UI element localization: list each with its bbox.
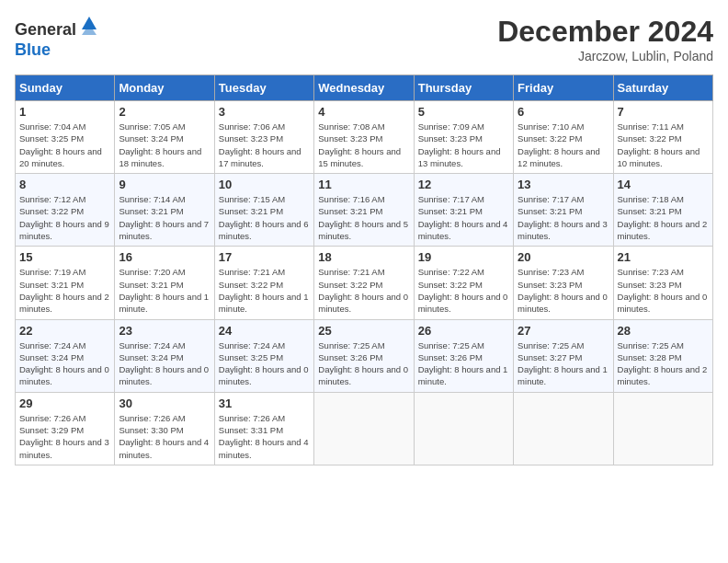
calendar-cell-w2-d6: 13 Sunrise: 7:17 AM Sunset: 3:21 PM Dayl…	[514, 174, 613, 247]
day-info: Sunrise: 7:23 AM Sunset: 3:23 PM Dayligh…	[518, 266, 609, 315]
calendar-cell-w2-d3: 10 Sunrise: 7:15 AM Sunset: 3:21 PM Dayl…	[214, 174, 313, 247]
calendar-cell-w4-d1: 22 Sunrise: 7:24 AM Sunset: 3:24 PM Dayl…	[16, 319, 115, 392]
month-year: December 2024	[497, 15, 713, 49]
day-info: Sunrise: 7:24 AM Sunset: 3:24 PM Dayligh…	[119, 339, 210, 388]
day-number: 28	[618, 324, 709, 338]
day-number: 6	[518, 105, 609, 119]
day-number: 17	[219, 250, 310, 264]
logo-blue: Blue	[15, 40, 51, 59]
day-info: Sunrise: 7:09 AM Sunset: 3:23 PM Dayligh…	[418, 121, 509, 169]
calendar-cell-w3-d5: 19 Sunrise: 7:22 AM Sunset: 3:22 PM Dayl…	[414, 247, 513, 319]
day-number: 30	[119, 396, 210, 410]
day-number: 4	[318, 105, 409, 119]
calendar-cell-w5-d4	[314, 392, 414, 465]
day-info: Sunrise: 7:26 AM Sunset: 3:31 PM Dayligh…	[219, 412, 310, 461]
day-number: 21	[618, 250, 709, 264]
day-number: 9	[119, 178, 210, 191]
day-number: 24	[219, 324, 310, 338]
day-info: Sunrise: 7:16 AM Sunset: 3:21 PM Dayligh…	[318, 193, 409, 242]
calendar-week-1: 1 Sunrise: 7:04 AM Sunset: 3:25 PM Dayli…	[16, 101, 713, 174]
calendar-cell-w2-d4: 11 Sunrise: 7:16 AM Sunset: 3:21 PM Dayl…	[314, 174, 414, 247]
day-info: Sunrise: 7:25 AM Sunset: 3:26 PM Dayligh…	[418, 339, 509, 388]
calendar-cell-w4-d5: 26 Sunrise: 7:25 AM Sunset: 3:26 PM Dayl…	[414, 319, 513, 392]
calendar-cell-w2-d5: 12 Sunrise: 7:17 AM Sunset: 3:21 PM Dayl…	[414, 174, 513, 247]
calendar-cell-w2-d7: 14 Sunrise: 7:18 AM Sunset: 3:21 PM Dayl…	[613, 174, 712, 247]
calendar-cell-w1-d3: 3 Sunrise: 7:06 AM Sunset: 3:23 PM Dayli…	[214, 101, 313, 174]
calendar-cell-w5-d7	[613, 392, 712, 465]
svg-marker-1	[82, 29, 97, 35]
calendar-cell-w4-d2: 23 Sunrise: 7:24 AM Sunset: 3:24 PM Dayl…	[115, 319, 214, 392]
day-number: 23	[119, 324, 210, 338]
day-info: Sunrise: 7:04 AM Sunset: 3:25 PM Dayligh…	[19, 121, 110, 169]
calendar-cell-w1-d5: 5 Sunrise: 7:09 AM Sunset: 3:23 PM Dayli…	[414, 101, 513, 174]
header-friday: Friday	[514, 75, 613, 101]
day-info: Sunrise: 7:11 AM Sunset: 3:22 PM Dayligh…	[618, 121, 709, 169]
calendar-cell-w4-d6: 27 Sunrise: 7:25 AM Sunset: 3:27 PM Dayl…	[514, 319, 613, 392]
calendar-week-3: 15 Sunrise: 7:19 AM Sunset: 3:21 PM Dayl…	[16, 247, 713, 319]
calendar-cell-w5-d5	[414, 392, 513, 465]
day-info: Sunrise: 7:23 AM Sunset: 3:23 PM Dayligh…	[618, 266, 709, 315]
calendar-cell-w1-d2: 2 Sunrise: 7:05 AM Sunset: 3:24 PM Dayli…	[115, 101, 214, 174]
day-info: Sunrise: 7:25 AM Sunset: 3:28 PM Dayligh…	[618, 339, 709, 388]
day-number: 13	[518, 178, 609, 191]
calendar-cell-w3-d6: 20 Sunrise: 7:23 AM Sunset: 3:23 PM Dayl…	[514, 247, 613, 319]
header-saturday: Saturday	[613, 75, 712, 101]
day-info: Sunrise: 7:25 AM Sunset: 3:27 PM Dayligh…	[518, 339, 609, 388]
day-info: Sunrise: 7:26 AM Sunset: 3:29 PM Dayligh…	[19, 412, 110, 461]
svg-marker-0	[82, 17, 97, 29]
day-number: 19	[418, 250, 509, 264]
header-tuesday: Tuesday	[214, 75, 313, 101]
calendar-cell-w4-d3: 24 Sunrise: 7:24 AM Sunset: 3:25 PM Dayl…	[214, 319, 313, 392]
day-info: Sunrise: 7:24 AM Sunset: 3:25 PM Dayligh…	[219, 339, 310, 388]
day-number: 11	[318, 178, 409, 191]
calendar-cell-w5-d6	[514, 392, 613, 465]
calendar-cell-w3-d7: 21 Sunrise: 7:23 AM Sunset: 3:23 PM Dayl…	[613, 247, 712, 319]
calendar-cell-w1-d1: 1 Sunrise: 7:04 AM Sunset: 3:25 PM Dayli…	[16, 101, 115, 174]
day-number: 8	[19, 178, 110, 191]
calendar-week-2: 8 Sunrise: 7:12 AM Sunset: 3:22 PM Dayli…	[16, 174, 713, 247]
header-thursday: Thursday	[414, 75, 513, 101]
day-number: 3	[219, 105, 310, 119]
day-number: 27	[518, 324, 609, 338]
day-info: Sunrise: 7:08 AM Sunset: 3:23 PM Dayligh…	[318, 121, 409, 169]
calendar-header-row: Sunday Monday Tuesday Wednesday Thursday…	[16, 75, 713, 101]
calendar-cell-w4-d4: 25 Sunrise: 7:25 AM Sunset: 3:26 PM Dayl…	[314, 319, 414, 392]
calendar-cell-w3-d2: 16 Sunrise: 7:20 AM Sunset: 3:21 PM Dayl…	[115, 247, 214, 319]
logo-general: General	[15, 20, 76, 39]
day-number: 29	[19, 396, 110, 410]
day-number: 20	[518, 250, 609, 264]
day-number: 12	[418, 178, 509, 191]
day-info: Sunrise: 7:20 AM Sunset: 3:21 PM Dayligh…	[119, 266, 210, 315]
header-sunday: Sunday	[16, 75, 115, 101]
day-number: 26	[418, 324, 509, 338]
logo-icon	[78, 13, 100, 35]
day-number: 7	[618, 105, 709, 119]
calendar-body: 1 Sunrise: 7:04 AM Sunset: 3:25 PM Dayli…	[16, 101, 713, 465]
calendar-cell-w1-d4: 4 Sunrise: 7:08 AM Sunset: 3:23 PM Dayli…	[314, 101, 414, 174]
calendar-week-5: 29 Sunrise: 7:26 AM Sunset: 3:29 PM Dayl…	[16, 392, 713, 465]
header-wednesday: Wednesday	[314, 75, 414, 101]
calendar-cell-w5-d3: 31 Sunrise: 7:26 AM Sunset: 3:31 PM Dayl…	[214, 392, 313, 465]
calendar-cell-w3-d3: 17 Sunrise: 7:21 AM Sunset: 3:22 PM Dayl…	[214, 247, 313, 319]
day-number: 10	[219, 178, 310, 191]
day-info: Sunrise: 7:26 AM Sunset: 3:30 PM Dayligh…	[119, 412, 210, 461]
day-number: 2	[119, 105, 210, 119]
day-info: Sunrise: 7:14 AM Sunset: 3:21 PM Dayligh…	[119, 193, 210, 242]
day-info: Sunrise: 7:15 AM Sunset: 3:21 PM Dayligh…	[219, 193, 310, 242]
day-info: Sunrise: 7:25 AM Sunset: 3:26 PM Dayligh…	[318, 339, 409, 388]
day-info: Sunrise: 7:19 AM Sunset: 3:21 PM Dayligh…	[19, 266, 110, 315]
day-number: 22	[19, 324, 110, 338]
calendar-cell-w4-d7: 28 Sunrise: 7:25 AM Sunset: 3:28 PM Dayl…	[613, 319, 712, 392]
day-number: 25	[318, 324, 409, 338]
day-info: Sunrise: 7:21 AM Sunset: 3:22 PM Dayligh…	[318, 266, 409, 315]
calendar-cell-w5-d1: 29 Sunrise: 7:26 AM Sunset: 3:29 PM Dayl…	[16, 392, 115, 465]
day-number: 15	[19, 250, 110, 264]
calendar-table: Sunday Monday Tuesday Wednesday Thursday…	[15, 75, 713, 465]
day-info: Sunrise: 7:17 AM Sunset: 3:21 PM Dayligh…	[518, 193, 609, 242]
calendar-cell-w1-d6: 6 Sunrise: 7:10 AM Sunset: 3:22 PM Dayli…	[514, 101, 613, 174]
calendar-week-4: 22 Sunrise: 7:24 AM Sunset: 3:24 PM Dayl…	[16, 319, 713, 392]
day-number: 1	[19, 105, 110, 119]
day-number: 18	[318, 250, 409, 264]
day-info: Sunrise: 7:12 AM Sunset: 3:22 PM Dayligh…	[19, 193, 110, 242]
day-info: Sunrise: 7:18 AM Sunset: 3:21 PM Dayligh…	[618, 193, 709, 242]
